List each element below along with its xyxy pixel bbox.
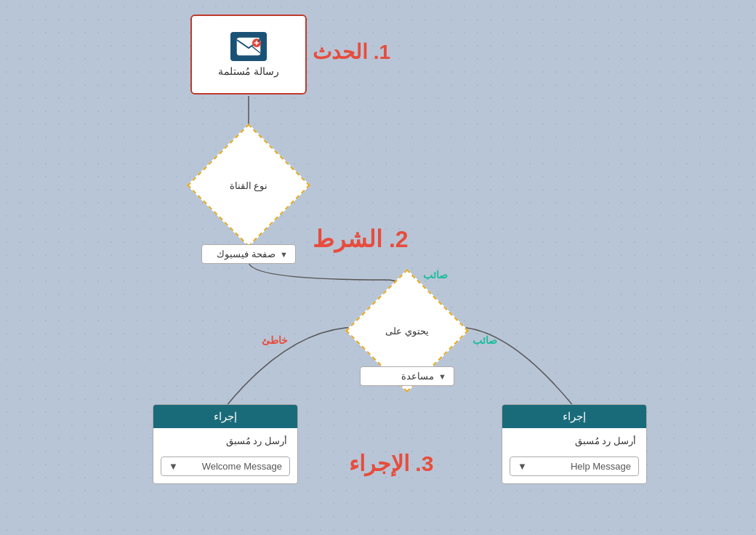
action-left-dropdown[interactable]: Welcome Message ▼ bbox=[161, 456, 290, 476]
condition1-label: نوع القناة bbox=[205, 142, 292, 229]
section1-label: 1. الحدث bbox=[313, 40, 390, 64]
section2-label: 2. الشرط bbox=[313, 225, 409, 253]
flow-diagram: رسالة مُستلمة 1. الحدث نوع القناة ▼ صفحة… bbox=[0, 0, 756, 535]
action-right-body: أرسل رد مُسبق bbox=[502, 428, 646, 452]
wrong-label: خاطئ bbox=[262, 334, 288, 346]
correct2-label: صائب bbox=[472, 334, 497, 346]
action-left-body: أرسل رد مُسبق bbox=[153, 428, 297, 452]
section3-label: 3. الإجراء bbox=[349, 451, 433, 476]
condition1-node[interactable]: نوع القناة bbox=[205, 142, 292, 229]
message-icon bbox=[230, 32, 267, 61]
action-right-dropdown-value: Help Message bbox=[571, 461, 631, 472]
action-right-arrow-icon: ▼ bbox=[518, 461, 527, 472]
condition2-node[interactable]: يحتوي على bbox=[363, 287, 451, 374]
dropdown-arrow-icon: ▼ bbox=[280, 250, 288, 259]
action-left-dropdown-value: Welcome Message bbox=[202, 461, 282, 472]
action-right-box[interactable]: إجراء أرسل رد مُسبق Help Message ▼ bbox=[502, 404, 647, 484]
channel-type-dropdown[interactable]: ▼ صفحة فيسبوك bbox=[201, 244, 296, 264]
channel-type-value: صفحة فيسبوك bbox=[217, 249, 276, 260]
action-left-arrow-icon: ▼ bbox=[169, 461, 178, 472]
condition2-label: يحتوي على bbox=[363, 287, 451, 374]
correct1-label: صائب bbox=[423, 269, 448, 281]
action-right-dropdown[interactable]: Help Message ▼ bbox=[510, 456, 639, 476]
received-message-node[interactable]: رسالة مُستلمة bbox=[190, 15, 307, 94]
action-left-box[interactable]: إجراء أرسل رد مُسبق Welcome Message ▼ bbox=[153, 404, 298, 484]
action-right-header: إجراء bbox=[502, 405, 646, 428]
received-message-label: رسالة مُستلمة bbox=[218, 65, 279, 77]
action-left-header: إجراء bbox=[153, 405, 297, 428]
